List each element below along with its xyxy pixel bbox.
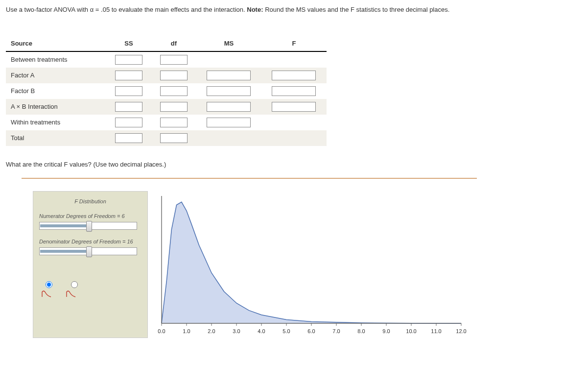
denominator-df-slider[interactable] [39, 247, 137, 255]
input-interaction-ss[interactable] [115, 102, 142, 112]
x-tick-label: 8.0 [357, 328, 365, 334]
input-total-ss[interactable] [115, 133, 142, 143]
input-interaction-df[interactable] [160, 102, 188, 112]
col-source: Source [6, 36, 106, 51]
row-interaction-label: A × B Interaction [6, 99, 106, 115]
input-total-df[interactable] [160, 133, 188, 143]
col-f: F [261, 36, 327, 51]
separator [22, 178, 477, 179]
x-tick-label: 3.0 [233, 328, 240, 334]
x-tick-label: 10.0 [406, 328, 416, 334]
mini-curve-1-icon [41, 290, 52, 298]
input-factor-a-ms[interactable] [207, 71, 251, 80]
instruction-text: Use a two-factor ANOVA with α = .05 to e… [6, 4, 582, 16]
input-interaction-f[interactable] [272, 102, 316, 112]
input-factor-b-ms[interactable] [207, 86, 251, 96]
denominator-df-label: Denominator Degrees of Freedom = 16 [39, 239, 141, 244]
input-factor-a-f[interactable] [272, 71, 316, 80]
x-tick-label: 0.0 [158, 328, 165, 334]
input-between-df[interactable] [160, 55, 188, 65]
x-tick-label: 11.0 [431, 328, 441, 334]
x-tick-label: 1.0 [183, 328, 190, 334]
mini-curve-2-icon [66, 290, 76, 298]
instruction-post: Round the MS values and the F statistics… [265, 6, 449, 13]
numerator-df-slider[interactable] [39, 222, 137, 230]
anova-table: Source SS df MS F Between treatments Fac… [6, 36, 327, 146]
row-total-label: Total [6, 130, 106, 146]
x-tick-label: 6.0 [307, 328, 315, 334]
instruction-pre: Use a two-factor ANOVA with α = .05 to e… [6, 6, 247, 13]
input-interaction-ms[interactable] [207, 102, 251, 112]
row-factor-a-label: Factor A [6, 68, 106, 83]
instruction-note-label: Note: [247, 6, 263, 13]
input-within-df[interactable] [160, 118, 188, 127]
input-factor-b-ss[interactable] [115, 86, 142, 96]
input-factor-b-f[interactable] [272, 86, 316, 96]
x-tick-label: 4.0 [258, 328, 265, 334]
critical-f-question: What are the critical F values? (Use two… [6, 161, 582, 168]
row-factor-b-label: Factor B [6, 83, 106, 99]
mode-radio-2[interactable] [71, 281, 78, 288]
x-tick-label: 9.0 [382, 328, 390, 334]
input-factor-a-ss[interactable] [115, 71, 142, 80]
numerator-df-label: Numerator Degrees of Freedom = 6 [39, 213, 141, 219]
f-distribution-chart: 0.01.02.03.04.05.06.07.08.09.010.011.012… [153, 191, 466, 338]
row-within-label: Within treatments [6, 115, 106, 130]
x-tick-label: 7.0 [332, 328, 340, 334]
distribution-control-panel: F Distribution Numerator Degrees of Free… [33, 191, 148, 338]
mode-radio-1[interactable] [46, 281, 52, 288]
input-between-ss[interactable] [115, 55, 142, 65]
panel-title: F Distribution [39, 198, 141, 204]
x-tick-label: 2.0 [208, 328, 215, 334]
col-df: df [151, 36, 196, 51]
col-ss: SS [106, 36, 151, 51]
input-within-ss[interactable] [115, 118, 142, 127]
x-tick-label: 12.0 [456, 328, 466, 334]
input-factor-a-df[interactable] [160, 71, 188, 80]
x-tick-label: 5.0 [282, 328, 290, 334]
row-between-label: Between treatments [6, 51, 106, 68]
input-within-ms[interactable] [207, 118, 251, 127]
input-factor-b-df[interactable] [160, 86, 188, 96]
col-ms: MS [196, 36, 261, 51]
